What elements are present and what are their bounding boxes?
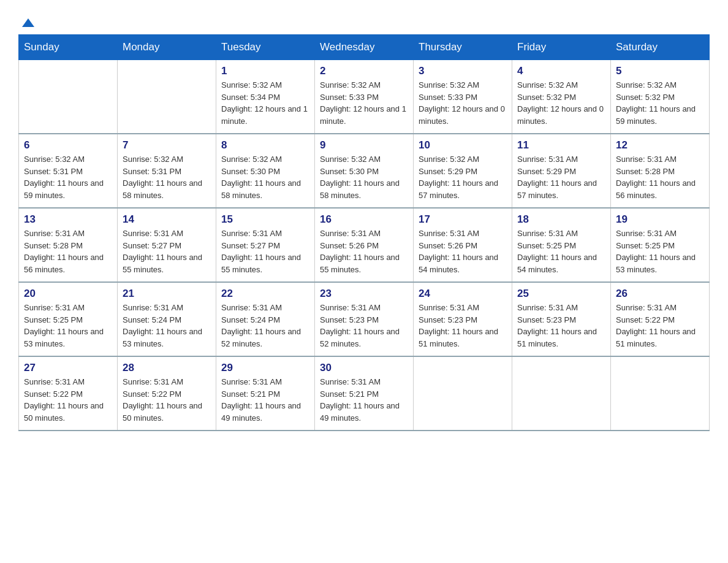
cell-day-number: 19	[616, 213, 704, 226]
calendar-cell: 9Sunrise: 5:32 AMSunset: 5:30 PMDaylight…	[315, 134, 414, 208]
weekday-header-tuesday: Tuesday	[216, 35, 315, 60]
calendar-cell: 13Sunrise: 5:31 AMSunset: 5:28 PMDayligh…	[19, 208, 118, 282]
calendar-cell: 10Sunrise: 5:32 AMSunset: 5:29 PMDayligh…	[414, 134, 512, 208]
cell-day-number: 8	[221, 139, 309, 151]
cell-sun-info: Sunrise: 5:32 AMSunset: 5:34 PMDaylight:…	[221, 79, 309, 127]
calendar-cell: 30Sunrise: 5:31 AMSunset: 5:21 PMDayligh…	[315, 356, 414, 431]
cell-day-number: 14	[123, 213, 211, 226]
calendar-cell: 21Sunrise: 5:31 AMSunset: 5:24 PMDayligh…	[118, 282, 216, 356]
cell-sun-info: Sunrise: 5:31 AMSunset: 5:26 PMDaylight:…	[419, 228, 507, 275]
cell-day-number: 16	[320, 213, 408, 226]
calendar-cell: 5Sunrise: 5:32 AMSunset: 5:32 PMDaylight…	[611, 60, 710, 134]
cell-sun-info: Sunrise: 5:32 AMSunset: 5:30 PMDaylight:…	[221, 153, 309, 201]
weekday-row: SundayMondayTuesdayWednesdayThursdayFrid…	[19, 35, 710, 60]
cell-day-number: 20	[24, 288, 112, 300]
calendar-cell: 22Sunrise: 5:31 AMSunset: 5:24 PMDayligh…	[216, 282, 315, 356]
cell-sun-info: Sunrise: 5:31 AMSunset: 5:21 PMDaylight:…	[221, 376, 309, 424]
calendar-cell: 7Sunrise: 5:32 AMSunset: 5:31 PMDaylight…	[118, 134, 216, 208]
cell-sun-info: Sunrise: 5:32 AMSunset: 5:33 PMDaylight:…	[320, 79, 408, 127]
cell-day-number: 24	[419, 288, 507, 300]
cell-sun-info: Sunrise: 5:31 AMSunset: 5:28 PMDaylight:…	[24, 228, 112, 275]
cell-day-number: 21	[123, 288, 211, 300]
cell-day-number: 7	[123, 139, 211, 151]
calendar-cell	[118, 60, 216, 134]
calendar-cell: 19Sunrise: 5:31 AMSunset: 5:25 PMDayligh…	[611, 208, 710, 282]
calendar-cell: 26Sunrise: 5:31 AMSunset: 5:22 PMDayligh…	[611, 282, 710, 356]
calendar-cell: 27Sunrise: 5:31 AMSunset: 5:22 PMDayligh…	[19, 356, 118, 431]
cell-sun-info: Sunrise: 5:32 AMSunset: 5:33 PMDaylight:…	[419, 79, 507, 127]
cell-sun-info: Sunrise: 5:32 AMSunset: 5:31 PMDaylight:…	[24, 153, 112, 201]
calendar-cell: 28Sunrise: 5:31 AMSunset: 5:22 PMDayligh…	[118, 356, 216, 431]
cell-sun-info: Sunrise: 5:31 AMSunset: 5:25 PMDaylight:…	[517, 228, 605, 275]
cell-sun-info: Sunrise: 5:31 AMSunset: 5:27 PMDaylight:…	[221, 228, 309, 275]
logo-icon	[20, 13, 37, 31]
weekday-header-friday: Friday	[512, 35, 611, 60]
cell-sun-info: Sunrise: 5:31 AMSunset: 5:23 PMDaylight:…	[419, 302, 507, 350]
cell-day-number: 11	[517, 139, 605, 151]
cell-sun-info: Sunrise: 5:31 AMSunset: 5:22 PMDaylight:…	[24, 376, 112, 424]
calendar-cell: 17Sunrise: 5:31 AMSunset: 5:26 PMDayligh…	[414, 208, 512, 282]
cell-sun-info: Sunrise: 5:31 AMSunset: 5:23 PMDaylight:…	[320, 302, 408, 350]
cell-sun-info: Sunrise: 5:31 AMSunset: 5:29 PMDaylight:…	[517, 153, 605, 201]
calendar-cell	[611, 356, 710, 431]
cell-day-number: 12	[616, 139, 704, 151]
cell-day-number: 2	[320, 65, 408, 77]
cell-day-number: 18	[517, 213, 605, 226]
cell-day-number: 4	[517, 65, 605, 77]
calendar-cell: 14Sunrise: 5:31 AMSunset: 5:27 PMDayligh…	[118, 208, 216, 282]
calendar-cell: 20Sunrise: 5:31 AMSunset: 5:25 PMDayligh…	[19, 282, 118, 356]
calendar-body: 1Sunrise: 5:32 AMSunset: 5:34 PMDaylight…	[19, 60, 710, 431]
calendar-cell	[19, 60, 118, 134]
calendar-cell: 23Sunrise: 5:31 AMSunset: 5:23 PMDayligh…	[315, 282, 414, 356]
cell-sun-info: Sunrise: 5:31 AMSunset: 5:24 PMDaylight:…	[123, 302, 211, 350]
cell-day-number: 3	[419, 65, 507, 77]
calendar-cell: 8Sunrise: 5:32 AMSunset: 5:30 PMDaylight…	[216, 134, 315, 208]
weekday-header-saturday: Saturday	[611, 35, 710, 60]
cell-sun-info: Sunrise: 5:31 AMSunset: 5:25 PMDaylight:…	[24, 302, 112, 350]
cell-sun-info: Sunrise: 5:32 AMSunset: 5:30 PMDaylight:…	[320, 153, 408, 201]
calendar-week-4: 20Sunrise: 5:31 AMSunset: 5:25 PMDayligh…	[19, 282, 710, 356]
calendar-week-2: 6Sunrise: 5:32 AMSunset: 5:31 PMDaylight…	[19, 134, 710, 208]
svg-marker-0	[22, 18, 34, 27]
calendar-cell: 6Sunrise: 5:32 AMSunset: 5:31 PMDaylight…	[19, 134, 118, 208]
cell-day-number: 30	[320, 362, 408, 374]
cell-sun-info: Sunrise: 5:31 AMSunset: 5:26 PMDaylight:…	[320, 228, 408, 275]
cell-sun-info: Sunrise: 5:32 AMSunset: 5:29 PMDaylight:…	[419, 153, 507, 201]
calendar-cell: 15Sunrise: 5:31 AMSunset: 5:27 PMDayligh…	[216, 208, 315, 282]
calendar-table: SundayMondayTuesdayWednesdayThursdayFrid…	[18, 34, 710, 431]
cell-sun-info: Sunrise: 5:31 AMSunset: 5:23 PMDaylight:…	[517, 302, 605, 350]
cell-day-number: 9	[320, 139, 408, 151]
cell-day-number: 22	[221, 288, 309, 300]
cell-day-number: 23	[320, 288, 408, 300]
calendar-header: SundayMondayTuesdayWednesdayThursdayFrid…	[19, 35, 710, 60]
calendar-cell: 1Sunrise: 5:32 AMSunset: 5:34 PMDaylight…	[216, 60, 315, 134]
cell-sun-info: Sunrise: 5:31 AMSunset: 5:22 PMDaylight:…	[123, 376, 211, 424]
calendar-cell: 25Sunrise: 5:31 AMSunset: 5:23 PMDayligh…	[512, 282, 611, 356]
cell-day-number: 26	[616, 288, 704, 300]
cell-sun-info: Sunrise: 5:31 AMSunset: 5:24 PMDaylight:…	[221, 302, 309, 350]
weekday-header-thursday: Thursday	[414, 35, 512, 60]
calendar-cell: 29Sunrise: 5:31 AMSunset: 5:21 PMDayligh…	[216, 356, 315, 431]
calendar-cell: 18Sunrise: 5:31 AMSunset: 5:25 PMDayligh…	[512, 208, 611, 282]
calendar-cell: 12Sunrise: 5:31 AMSunset: 5:28 PMDayligh…	[611, 134, 710, 208]
cell-day-number: 27	[24, 362, 112, 374]
cell-day-number: 13	[24, 213, 112, 226]
cell-day-number: 17	[419, 213, 507, 226]
cell-day-number: 25	[517, 288, 605, 300]
calendar-cell: 24Sunrise: 5:31 AMSunset: 5:23 PMDayligh…	[414, 282, 512, 356]
calendar-cell: 16Sunrise: 5:31 AMSunset: 5:26 PMDayligh…	[315, 208, 414, 282]
weekday-header-sunday: Sunday	[19, 35, 118, 60]
calendar-cell	[512, 356, 611, 431]
cell-sun-info: Sunrise: 5:32 AMSunset: 5:31 PMDaylight:…	[123, 153, 211, 201]
calendar-week-1: 1Sunrise: 5:32 AMSunset: 5:34 PMDaylight…	[19, 60, 710, 134]
calendar-cell: 2Sunrise: 5:32 AMSunset: 5:33 PMDaylight…	[315, 60, 414, 134]
cell-day-number: 15	[221, 213, 309, 226]
cell-day-number: 6	[24, 139, 112, 151]
calendar-cell: 3Sunrise: 5:32 AMSunset: 5:33 PMDaylight…	[414, 60, 512, 134]
cell-day-number: 29	[221, 362, 309, 374]
cell-day-number: 1	[221, 65, 309, 77]
weekday-header-wednesday: Wednesday	[315, 35, 414, 60]
calendar-cell: 11Sunrise: 5:31 AMSunset: 5:29 PMDayligh…	[512, 134, 611, 208]
cell-day-number: 10	[419, 139, 507, 151]
calendar-cell	[414, 356, 512, 431]
